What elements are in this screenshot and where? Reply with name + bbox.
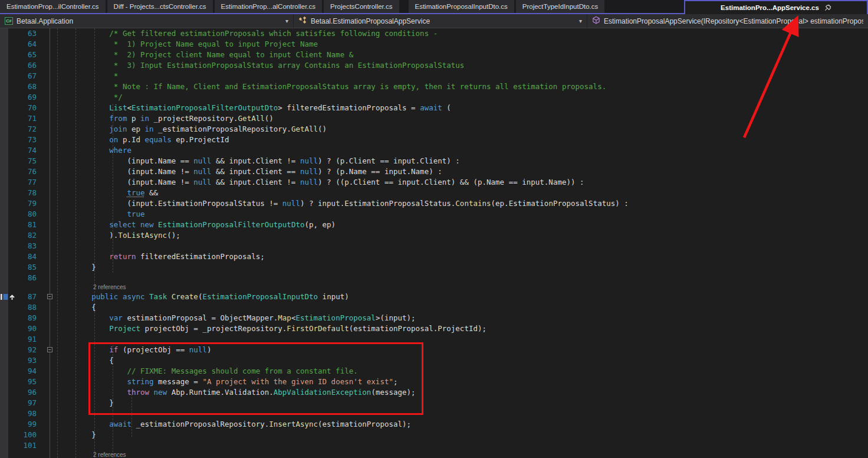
- breakpoint-margin[interactable]: [0, 451, 8, 458]
- code-line[interactable]: 86: [0, 273, 868, 283]
- code-line[interactable]: 82 ).ToListAsync();: [0, 230, 868, 241]
- code-line[interactable]: 77 (input.Name != null && input.Client !…: [0, 177, 868, 188]
- breakpoint-margin[interactable]: [0, 209, 8, 220]
- breakpoint-margin[interactable]: [0, 113, 8, 124]
- breakpoint-margin[interactable]: [0, 220, 8, 230]
- breakpoint-margin[interactable]: [0, 230, 8, 241]
- code-line[interactable]: 87− public async Task Create(EstimationP…: [0, 292, 868, 302]
- line-number: 96: [8, 387, 40, 398]
- code-line[interactable]: 97 }: [0, 398, 868, 408]
- editor-tab[interactable]: Diff - Projects...ctsController.cs: [107, 0, 213, 13]
- breakpoint-margin[interactable]: [0, 28, 8, 39]
- fold-toggle[interactable]: −: [47, 294, 52, 299]
- breakpoint-margin[interactable]: [0, 273, 8, 283]
- breakpoint-margin[interactable]: [0, 430, 8, 440]
- breakpoint-margin[interactable]: [0, 177, 8, 188]
- breakpoint-margin[interactable]: [0, 251, 8, 262]
- breakpoint-margin[interactable]: [0, 241, 8, 251]
- breakpoint-margin[interactable]: [0, 124, 8, 135]
- breakpoint-margin[interactable]: [0, 377, 8, 387]
- breakpoint-margin[interactable]: [0, 419, 8, 430]
- breakpoint-margin[interactable]: [0, 103, 8, 113]
- editor-tab[interactable]: ProjectsController.cs: [324, 0, 399, 13]
- code-line[interactable]: 91: [0, 334, 868, 345]
- code-line[interactable]: 73 on p.Id equals ep.ProjectId: [0, 135, 868, 145]
- breakpoint-margin[interactable]: [0, 334, 8, 345]
- breakpoint-margin[interactable]: [0, 135, 8, 145]
- code-line[interactable]: 66 * 3) Input EstimationProposalStatus a…: [0, 60, 868, 71]
- code-line[interactable]: 75 (input.Name == null && input.Client !…: [0, 156, 868, 166]
- code-line[interactable]: 99 await _estimationProposalRepository.I…: [0, 419, 868, 430]
- code-line[interactable]: 92− if (projectObj == null): [0, 345, 868, 355]
- breakpoint-margin[interactable]: [0, 39, 8, 50]
- breakpoint-margin[interactable]: [0, 166, 8, 177]
- breakpoint-margin[interactable]: [0, 387, 8, 398]
- code-line[interactable]: 98: [0, 408, 868, 419]
- editor-tab[interactable]: EstimationProp...ilController.cs: [0, 0, 106, 13]
- code-text: }: [56, 262, 868, 273]
- code-line[interactable]: 94 // FIXME: Messages should come from a…: [0, 366, 868, 377]
- editor-tab[interactable]: ProjectTypeIdInputDto.cs: [516, 0, 604, 13]
- breakpoint-margin[interactable]: [0, 355, 8, 366]
- code-line[interactable]: 72 join ep in _estimationProposalReposit…: [0, 124, 868, 135]
- breakpoint-margin[interactable]: [0, 313, 8, 323]
- fold-column: [40, 230, 56, 241]
- fold-column: [40, 323, 56, 334]
- editor-tab[interactable]: EstimationProp...alController.cs: [215, 0, 322, 13]
- code-line[interactable]: 78 true &&: [0, 188, 868, 198]
- breakpoint-margin[interactable]: [0, 345, 8, 355]
- code-line[interactable]: 81 select new EstimationProposalFilterOu…: [0, 220, 868, 230]
- code-line[interactable]: 68 * Note : If Name, Client and Estimati…: [0, 81, 868, 92]
- code-line[interactable]: 76 (input.Name != null && input.Client =…: [0, 166, 868, 177]
- code-editor[interactable]: 63 /* Get filtered estimationProposals w…: [0, 28, 868, 458]
- code-line[interactable]: 84 return filteredEstimationProposals;: [0, 251, 868, 262]
- breakpoint-margin[interactable]: [0, 302, 8, 313]
- editor-tab[interactable]: EstimationProposalInputDto.cs: [409, 0, 514, 13]
- code-line[interactable]: 83: [0, 241, 868, 251]
- code-line[interactable]: 63 /* Get filtered estimationProposals w…: [0, 28, 868, 39]
- code-line[interactable]: 93 {: [0, 355, 868, 366]
- code-line[interactable]: 101: [0, 440, 868, 451]
- type-dropdown[interactable]: Betaal.EstimationProposalAppService ▾: [293, 14, 587, 28]
- code-line[interactable]: 96 throw new Abp.Runtime.Validation.AbpV…: [0, 387, 868, 398]
- breakpoint-margin[interactable]: [0, 323, 8, 334]
- breakpoint-margin[interactable]: [0, 198, 8, 209]
- editor-tab[interactable]: EstimationPro...AppService.cs: [684, 0, 868, 14]
- breakpoint-margin[interactable]: [0, 50, 8, 60]
- code-line[interactable]: 64 * 1) Project Name equal to input Proj…: [0, 39, 868, 50]
- code-line[interactable]: 71 from p in _projectRepository.GetAll(): [0, 113, 868, 124]
- code-text: *: [56, 71, 868, 81]
- breakpoint-margin[interactable]: [0, 262, 8, 273]
- fold-toggle[interactable]: −: [47, 347, 52, 352]
- code-line[interactable]: 65 * 2) Project client Name equal to inp…: [0, 50, 868, 60]
- breakpoint-margin[interactable]: [0, 71, 8, 81]
- breakpoint-margin[interactable]: [0, 60, 8, 71]
- code-line[interactable]: 80 true: [0, 209, 868, 220]
- breakpoint-margin[interactable]: [0, 292, 8, 302]
- breakpoint-margin[interactable]: [0, 92, 8, 103]
- code-line[interactable]: 79 (input.EstimationProposalStatus != nu…: [0, 198, 868, 209]
- breakpoint-margin[interactable]: [0, 156, 8, 166]
- breakpoint-margin[interactable]: [0, 145, 8, 156]
- breakpoint-margin[interactable]: [0, 283, 8, 292]
- code-line[interactable]: 89 var estimationProposal = ObjectMapper…: [0, 313, 868, 323]
- breakpoint-margin[interactable]: [0, 81, 8, 92]
- code-line[interactable]: 67 *: [0, 71, 868, 81]
- member-dropdown[interactable]: EstimationProposalAppService(IRepository…: [587, 14, 868, 28]
- code-line[interactable]: 88 {: [0, 302, 868, 313]
- breakpoint-margin[interactable]: [0, 398, 8, 408]
- project-dropdown[interactable]: C# Betaal.Application ▾: [0, 14, 293, 28]
- code-line[interactable]: 85 }: [0, 262, 868, 273]
- breakpoint-margin[interactable]: [0, 366, 8, 377]
- pin-icon[interactable]: [824, 4, 831, 11]
- code-line[interactable]: 74 where: [0, 145, 868, 156]
- breakpoint-margin[interactable]: [0, 188, 8, 198]
- code-line[interactable]: 69 */: [0, 92, 868, 103]
- code-line[interactable]: 95 string message = "A project with the …: [0, 377, 868, 387]
- fold-column: [40, 209, 56, 220]
- code-line[interactable]: 100 }: [0, 430, 868, 440]
- code-line[interactable]: 90 Project projectObj = _projectReposito…: [0, 323, 868, 334]
- breakpoint-margin[interactable]: [0, 440, 8, 451]
- breakpoint-margin[interactable]: [0, 408, 8, 419]
- code-line[interactable]: 70 List<EstimationProposalFilterOutputDt…: [0, 103, 868, 113]
